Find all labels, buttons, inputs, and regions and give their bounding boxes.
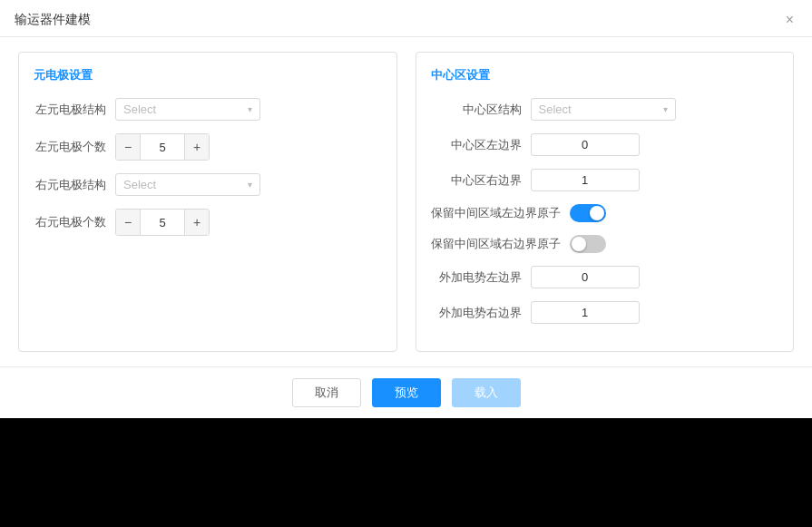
left-struct-select-arrow: ▾ bbox=[248, 104, 252, 114]
center-struct-select-arrow: ▾ bbox=[663, 104, 668, 114]
center-left-boundary-label: 中心区左边界 bbox=[431, 137, 522, 153]
right-panel: 中心区设置 中心区结构 Select ▾ 中心区左边界 中心区右边界 bbox=[416, 52, 795, 352]
left-panel-title: 元电极设置 bbox=[34, 67, 382, 83]
right-count-row: 右元电极个数 − + bbox=[34, 209, 382, 236]
preview-button[interactable]: 预览 bbox=[372, 378, 441, 407]
keep-right-slider bbox=[570, 235, 606, 253]
center-struct-row: 中心区结构 Select ▾ bbox=[431, 98, 779, 121]
left-count-input[interactable] bbox=[140, 134, 185, 160]
left-struct-label: 左元电极结构 bbox=[34, 102, 106, 118]
ext-right-label: 外加电势右边界 bbox=[431, 305, 522, 321]
dialog-footer: 取消 预览 载入 bbox=[0, 367, 812, 418]
right-count-label: 右元电极个数 bbox=[34, 214, 106, 230]
left-struct-select[interactable]: Select ▾ bbox=[115, 98, 260, 121]
ext-left-row: 外加电势左边界 bbox=[431, 266, 779, 288]
keep-left-toggle[interactable] bbox=[570, 204, 606, 222]
right-struct-select-value: Select bbox=[123, 178, 156, 191]
right-struct-label: 右元电极结构 bbox=[34, 177, 106, 193]
ext-left-label: 外加电势左边界 bbox=[431, 269, 522, 286]
dialog-title: 输运器件建模 bbox=[15, 12, 91, 28]
right-count-input-group: − + bbox=[115, 209, 210, 236]
right-struct-select-arrow: ▾ bbox=[248, 180, 252, 190]
keep-left-label: 保留中间区域左边界原子 bbox=[431, 205, 561, 221]
keep-right-toggle-wrap[interactable] bbox=[570, 235, 606, 253]
center-left-boundary-row: 中心区左边界 bbox=[431, 133, 779, 156]
ext-right-row: 外加电势右边界 bbox=[431, 301, 779, 324]
keep-right-label: 保留中间区域右边界原子 bbox=[431, 236, 561, 252]
keep-left-toggle-wrap[interactable] bbox=[570, 204, 606, 222]
center-right-boundary-row: 中心区右边界 bbox=[431, 169, 779, 191]
keep-left-slider bbox=[570, 204, 606, 222]
right-struct-row: 右元电极结构 Select ▾ bbox=[34, 173, 382, 196]
right-struct-select[interactable]: Select ▾ bbox=[115, 173, 260, 196]
left-panel: 元电极设置 左元电极结构 Select ▾ 左元电极个数 − + bbox=[18, 52, 397, 352]
left-count-input-group: − + bbox=[115, 133, 210, 161]
center-struct-select-value: Select bbox=[539, 102, 572, 116]
cancel-button[interactable]: 取消 bbox=[292, 378, 361, 407]
left-count-minus-button[interactable]: − bbox=[116, 134, 140, 160]
ext-right-input[interactable] bbox=[531, 301, 640, 324]
left-count-row: 左元电极个数 − + bbox=[34, 133, 382, 161]
right-panel-title: 中心区设置 bbox=[431, 67, 779, 83]
keep-right-row: 保留中间区域右边界原子 bbox=[431, 235, 779, 253]
ext-left-input[interactable] bbox=[531, 266, 640, 288]
center-left-boundary-input[interactable] bbox=[531, 133, 640, 156]
black-area bbox=[0, 418, 812, 527]
right-count-minus-button[interactable]: − bbox=[116, 210, 140, 235]
close-button[interactable]: × bbox=[782, 11, 797, 29]
center-right-boundary-input[interactable] bbox=[531, 169, 640, 191]
center-struct-label: 中心区结构 bbox=[431, 102, 522, 118]
right-count-plus-button[interactable]: + bbox=[185, 210, 209, 235]
keep-right-toggle[interactable] bbox=[570, 235, 606, 253]
load-button[interactable]: 载入 bbox=[452, 378, 521, 407]
right-count-input[interactable] bbox=[140, 210, 185, 235]
left-struct-select-value: Select bbox=[123, 102, 156, 116]
center-struct-select[interactable]: Select ▾ bbox=[531, 98, 676, 121]
left-count-label: 左元电极个数 bbox=[34, 139, 106, 155]
keep-left-row: 保留中间区域左边界原子 bbox=[431, 204, 779, 222]
left-struct-row: 左元电极结构 Select ▾ bbox=[34, 98, 382, 121]
title-bar: 输运器件建模 × bbox=[0, 0, 812, 37]
center-right-boundary-label: 中心区右边界 bbox=[431, 172, 522, 189]
left-count-plus-button[interactable]: + bbox=[185, 134, 209, 160]
